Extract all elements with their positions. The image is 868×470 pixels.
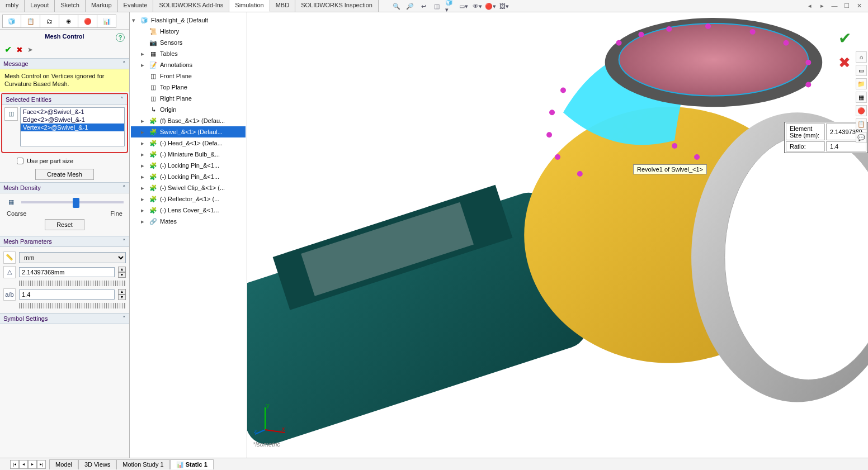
scene-icon[interactable]: 🖼▾	[499, 1, 509, 11]
minimize-icon[interactable]: —	[829, 1, 840, 10]
expand-icon[interactable]: ▸	[141, 138, 147, 148]
expand-icon[interactable]: ▸	[141, 194, 147, 204]
bottom-tab-motion-study-1[interactable]: Motion Study 1	[116, 459, 169, 469]
tab-sketch[interactable]: Sketch	[55, 0, 86, 12]
symbol-section-head[interactable]: Symbol Settings ˅	[0, 313, 129, 324]
tab-mbd[interactable]: MBD	[270, 0, 295, 12]
tab-layout[interactable]: Layout	[25, 0, 55, 12]
tree-item[interactable]: ↳Origin	[131, 104, 246, 115]
tree-item[interactable]: ◫Front Plane	[131, 70, 246, 82]
message-section-head[interactable]: Message ˄	[0, 58, 129, 69]
view-palette-icon[interactable]: ▦	[856, 92, 867, 103]
feature-manager-tab-icon[interactable]: 🧊	[2, 15, 21, 28]
tree-item[interactable]: 📷Sensors	[131, 37, 246, 48]
tree-item[interactable]: 📜History	[131, 26, 246, 37]
element-size-ruler[interactable]	[19, 281, 126, 286]
tree-item[interactable]: ▸🧩(-) Miniature Bulb_&...	[131, 149, 246, 160]
tree-item[interactable]: ◫Top Plane	[131, 82, 246, 93]
ratio-ruler[interactable]	[19, 303, 126, 308]
tree-item[interactable]: ▸🧩(-) Reflector_&<1> (...	[131, 193, 246, 205]
cancel-icon[interactable]: ✖	[16, 45, 23, 54]
bottom-tab-static-1[interactable]: 📊 Static 1	[170, 459, 214, 469]
tab-evaluate[interactable]: Evaluate	[118, 0, 154, 12]
use-per-part-checkbox[interactable]	[17, 158, 23, 164]
library-icon[interactable]: 📁	[856, 78, 867, 89]
spin-up-icon[interactable]: ▲	[118, 289, 126, 295]
tree-item[interactable]: ▸🧩(-) Locking Pin_&<1...	[131, 160, 246, 171]
bottom-tab-model[interactable]: Model	[49, 459, 78, 469]
help-icon[interactable]: ?	[116, 33, 125, 42]
expand-icon[interactable]: ▸	[141, 116, 147, 126]
hide-show-icon[interactable]: 👁▾	[472, 1, 482, 11]
tree-root[interactable]: ▾🧊Flashlight_& (Default	[131, 15, 246, 26]
tree-item[interactable]: ▸🔗Mates	[131, 216, 246, 227]
create-mesh-button[interactable]: Create Mesh	[35, 169, 94, 180]
use-per-part-row[interactable]: Use per part size	[0, 154, 129, 167]
maximize-icon[interactable]: ☐	[841, 1, 852, 10]
zoom-area-icon[interactable]: 🔎	[405, 1, 415, 11]
expand-icon[interactable]: ▸	[141, 60, 147, 70]
expand-icon[interactable]: ▾	[132, 15, 138, 25]
confirm-ok-icon[interactable]: ✔	[838, 29, 851, 48]
expand-icon[interactable]: ▸	[141, 149, 147, 159]
params-section-head[interactable]: Mesh Parameters ˄	[0, 236, 129, 247]
simulation-tab-icon[interactable]: 📊	[97, 15, 116, 28]
expand-icon[interactable]: ▸	[141, 183, 147, 193]
tree-item[interactable]: ▸🧩(-) Head_&<1> (Defa...	[131, 137, 246, 149]
spin-down-icon[interactable]: ▼	[118, 272, 126, 278]
tree-item[interactable]: ▸▦Tables	[131, 48, 246, 59]
tab-mbly[interactable]: mbly	[0, 0, 25, 12]
configuration-manager-tab-icon[interactable]: 🗂	[40, 15, 59, 28]
spin-down-icon[interactable]: ▼	[118, 295, 126, 300]
expand-icon[interactable]: ▸	[141, 205, 147, 215]
unit-select[interactable]: mm	[19, 252, 126, 263]
tree-item[interactable]: ▸🧩Swivel_&<1> (Defaul...	[131, 126, 246, 137]
display-style-icon[interactable]: ▭▾	[459, 1, 469, 11]
last-tab-icon[interactable]: ▸|	[37, 460, 46, 469]
next-tab-icon[interactable]: ▸	[28, 460, 37, 469]
spin-up-icon[interactable]: ▲	[118, 267, 126, 272]
selection-filter-icon[interactable]: ◫	[4, 107, 18, 121]
tab-solidworks-add-ins[interactable]: SOLIDWORKS Add-Ins	[153, 0, 229, 12]
next-doc-icon[interactable]: ▸	[817, 1, 828, 10]
pin-icon[interactable]: ➤	[27, 46, 33, 54]
entity-row[interactable]: Vertex<2>@Swivel_&-1	[21, 124, 124, 131]
expand-icon[interactable]: ▸	[141, 49, 147, 59]
reset-button[interactable]: Reset	[45, 219, 84, 230]
graphics-viewport[interactable]: Element Size (mm): 2.14397369 Ratio: 1.4…	[247, 12, 868, 458]
zoom-fit-icon[interactable]: 🔍	[391, 1, 402, 11]
tree-item[interactable]: ▸📝Annotations	[131, 59, 246, 70]
section-view-icon[interactable]: ◫	[432, 1, 442, 11]
tree-item[interactable]: ▸🧩(-) Swivel Clip_&<1> (...	[131, 182, 246, 193]
tree-item[interactable]: ▸🧩(-) Lens Cover_&<1...	[131, 205, 246, 216]
entity-row[interactable]: Face<2>@Swivel_&-1	[21, 108, 124, 116]
expand-icon[interactable]: ▸	[141, 160, 147, 170]
density-slider[interactable]	[21, 201, 124, 203]
density-slider-thumb[interactable]	[73, 198, 79, 208]
forum-icon[interactable]: 💬	[856, 132, 867, 143]
confirm-cancel-icon[interactable]: ✖	[838, 54, 851, 72]
ratio-input[interactable]	[19, 289, 115, 300]
bottom-tab-3d-views[interactable]: 3D Views	[78, 459, 116, 469]
tree-item[interactable]: ◫Right Plane	[131, 93, 246, 104]
reference-triad[interactable]: y x z	[254, 402, 287, 435]
tree-item[interactable]: ▸🧩(-) Locking Pin_&<1...	[131, 171, 246, 182]
tab-simulation[interactable]: Simulation	[229, 0, 270, 12]
tab-solidworks-inspection[interactable]: SOLIDWORKS Inspection	[295, 0, 379, 12]
density-section-head[interactable]: Mesh Density ˄	[0, 182, 129, 193]
view-orientation-icon[interactable]: 🧊▾	[445, 1, 455, 11]
dimxpert-tab-icon[interactable]: ⊕	[59, 15, 78, 28]
home-icon[interactable]: ⌂	[856, 51, 867, 63]
prev-doc-icon[interactable]: ◂	[804, 1, 815, 10]
expand-icon[interactable]: ▸	[141, 216, 147, 226]
entities-section-head[interactable]: Selected Entities ˄	[2, 94, 127, 105]
expand-icon[interactable]: ▸	[141, 127, 147, 137]
prev-tab-icon[interactable]: ◂	[19, 460, 28, 469]
first-tab-icon[interactable]: |◂	[10, 460, 19, 469]
resources-icon[interactable]: ▭	[856, 65, 867, 76]
appearance-icon[interactable]: 🔴▾	[485, 1, 496, 11]
element-size-input[interactable]	[19, 267, 115, 277]
tab-markup[interactable]: Markup	[86, 0, 118, 12]
close-icon[interactable]: ✕	[853, 1, 865, 10]
entity-row[interactable]: Edge<2>@Swivel_&-1	[21, 116, 124, 124]
